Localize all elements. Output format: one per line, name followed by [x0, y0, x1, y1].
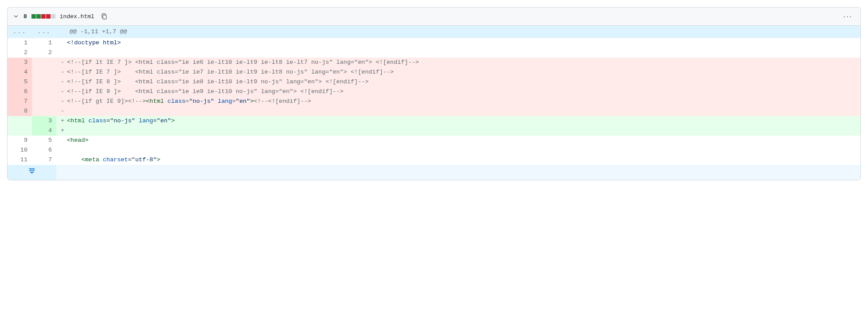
diffstat-block-del	[46, 14, 51, 19]
diffstat-block-add	[31, 14, 36, 19]
line-number-new[interactable]: 6	[32, 145, 56, 155]
line-number-old[interactable]: 9	[8, 136, 32, 145]
line-number-old[interactable]	[8, 126, 32, 136]
copy-path-button[interactable]	[99, 11, 109, 22]
code-cell[interactable]: <meta charset="utf-8">	[56, 155, 860, 165]
line-number-old[interactable]: 11	[8, 155, 32, 165]
line-number-old[interactable]: 5	[8, 77, 32, 87]
diff-row: 8-	[8, 106, 860, 116]
line-number-old[interactable]: 6	[8, 87, 32, 97]
diff-row: 117 <meta charset="utf-8">	[8, 155, 860, 165]
expand-down-button[interactable]	[8, 165, 56, 180]
code-cell[interactable]: <!doctype html>	[56, 38, 860, 48]
code-cell[interactable]	[56, 145, 860, 155]
code-segment: charset	[103, 156, 128, 163]
code-cell[interactable]: +<html class="no-js" lang="en">	[56, 116, 860, 126]
diffstat-block-neu	[51, 14, 55, 19]
code-segment: =	[153, 117, 156, 124]
copy-icon	[101, 13, 108, 20]
code-segment	[67, 156, 81, 163]
code-segment: lang	[218, 98, 232, 105]
code-segment: <!--<![endif]-->	[254, 98, 311, 105]
code-segment: "en"	[157, 117, 171, 124]
line-number-new[interactable]	[32, 97, 56, 106]
chevron-down-icon	[13, 13, 19, 19]
diff-row: 11 <!doctype html>	[8, 38, 860, 48]
code-cell[interactable]: -<!--[if IE 8 ]> <html class="ie ie8 ie-…	[56, 77, 860, 87]
line-number-new[interactable]: 5	[32, 136, 56, 145]
code-segment: class	[89, 117, 107, 124]
expand-hunk-button[interactable]: ...	[8, 26, 32, 38]
expand-hunk-button[interactable]: ...	[32, 26, 56, 38]
line-number-new[interactable]	[32, 58, 56, 67]
diff-row: 22	[8, 48, 860, 58]
hunk-header-text: @@ -1,11 +1,7 @@	[56, 26, 860, 38]
code-cell[interactable]: -	[56, 106, 860, 116]
line-number-old[interactable]: 8	[8, 106, 32, 116]
line-number-new[interactable]: 3	[32, 116, 56, 126]
file-header: 8 index.html ···	[8, 8, 860, 26]
collapse-toggle[interactable]	[13, 13, 19, 19]
line-number-new[interactable]	[32, 87, 56, 97]
code-segment: <!--[if IE 9 ]> <html class="ie ie9 ie-l…	[67, 88, 344, 95]
line-number-new[interactable]: 7	[32, 155, 56, 165]
code-segment: =	[128, 156, 132, 163]
code-segment: <html	[67, 117, 89, 124]
expand-blank	[56, 165, 860, 180]
diff-row: 106	[8, 145, 860, 155]
line-number-old[interactable]: 1	[8, 38, 32, 48]
line-number-new[interactable]	[32, 67, 56, 77]
diffstat-count: 8	[23, 13, 27, 20]
code-cell[interactable]: -<!--[if gt IE 9]><!--><html class="no-j…	[56, 97, 860, 106]
line-number-new[interactable]: 1	[32, 38, 56, 48]
code-segment: lang	[139, 117, 153, 124]
code-segment: >	[157, 156, 160, 163]
code-cell[interactable]: <head>	[56, 136, 860, 145]
line-number-old[interactable]: 4	[8, 67, 32, 77]
line-number-new[interactable]	[32, 77, 56, 87]
diff-marker: +	[61, 126, 67, 136]
code-segment: <!--[if lt IE 7 ]> <html class="ie ie6 i…	[67, 59, 419, 66]
svg-rect-0	[103, 15, 106, 19]
line-number-old[interactable]: 7	[8, 97, 32, 106]
code-cell[interactable]: +	[56, 126, 860, 136]
code-segment: "no-js"	[189, 98, 214, 105]
diff-marker: -	[61, 67, 67, 77]
line-number-new[interactable]: 2	[32, 48, 56, 58]
line-number-old[interactable]: 3	[8, 58, 32, 67]
code-segment	[135, 117, 139, 124]
diff-row: 5-<!--[if IE 8 ]> <html class="ie ie8 ie…	[8, 77, 860, 87]
diff-marker: -	[61, 97, 67, 106]
line-number-old[interactable]	[8, 116, 32, 126]
code-segment: <!--[if gt IE 9]><!-->	[67, 98, 146, 105]
filename[interactable]: index.html	[60, 13, 94, 20]
expand-row	[8, 165, 860, 180]
code-cell[interactable]	[56, 48, 860, 58]
line-number-new[interactable]	[32, 106, 56, 116]
code-segment: <meta	[81, 156, 103, 163]
diff-row: 4+	[8, 126, 860, 136]
line-number-new[interactable]: 4	[32, 126, 56, 136]
diff-marker: -	[61, 58, 67, 67]
line-number-old[interactable]: 10	[8, 145, 32, 155]
diffstat-block-del	[41, 14, 46, 19]
diff-marker: -	[61, 87, 67, 97]
code-segment: class	[168, 98, 186, 105]
diff-table: ... ... @@ -1,11 +1,7 @@ 11 <!doctype ht…	[8, 26, 860, 165]
line-number-old[interactable]: 2	[8, 48, 32, 58]
code-segment: "en"	[236, 98, 250, 105]
diff-row: 3-<!--[if lt IE 7 ]> <html class="ie ie6…	[8, 58, 860, 67]
code-segment: <!--[if IE 8 ]> <html class="ie ie8 ie-l…	[67, 78, 369, 85]
code-cell[interactable]: -<!--[if IE 7 ]> <html class="ie ie7 ie-…	[56, 67, 860, 77]
diff-marker	[61, 136, 67, 145]
diff-row: 7-<!--[if gt IE 9]><!--><html class="no-…	[8, 97, 860, 106]
hunk-header-row: ... ... @@ -1,11 +1,7 @@	[8, 26, 860, 38]
code-cell[interactable]: -<!--[if lt IE 7 ]> <html class="ie ie6 …	[56, 58, 860, 67]
diff-marker	[61, 155, 67, 165]
diff-marker	[61, 48, 67, 58]
diff-marker	[61, 145, 67, 155]
code-cell[interactable]: -<!--[if IE 9 ]> <html class="ie ie9 ie-…	[56, 87, 860, 97]
code-segment: <!--[if IE 7 ]> <html class="ie ie7 ie-l…	[67, 69, 394, 75]
code-segment: <head>	[67, 137, 89, 144]
file-actions-menu[interactable]: ···	[841, 12, 855, 21]
